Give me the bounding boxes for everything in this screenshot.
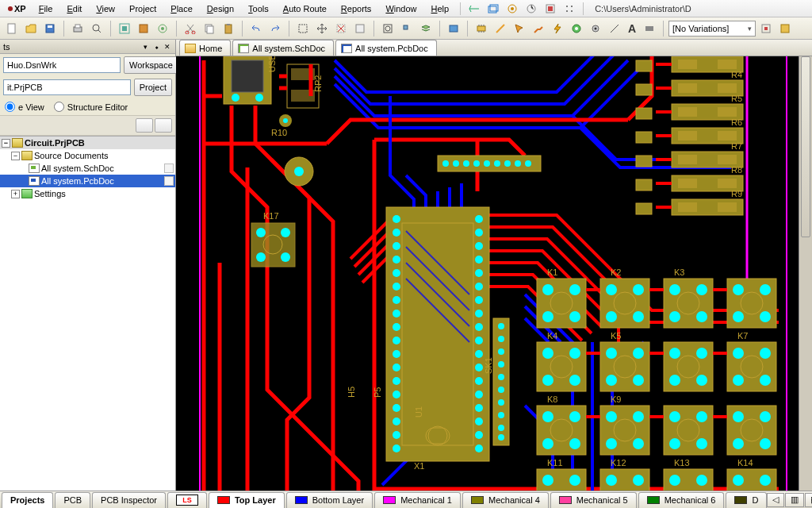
menu-window[interactable]: Window [379,2,423,16]
project-button[interactable]: Project [134,79,172,96]
svg-point-108 [393,404,400,412]
tree-pcbdoc[interactable]: All system.PcbDoc [0,175,175,187]
tb-end2[interactable] [776,20,794,37]
tool-icon-2[interactable] [486,2,500,16]
panel-pin-icon[interactable]: ⬥ [151,42,161,52]
tb-arrow[interactable] [511,20,528,37]
preview-button[interactable] [88,20,105,37]
status-nav-ls[interactable]: ▥ [785,493,804,507]
tb-btn-2[interactable] [135,20,152,37]
tb-rect[interactable] [641,20,658,37]
project-input[interactable] [3,79,131,95]
svg-point-223 [696,348,707,359]
bottom-tab-inspector[interactable]: PCB Inspector [92,492,166,508]
undo-button[interactable] [247,20,265,37]
svg-rect-11 [8,24,15,33]
tool-icon-5[interactable] [543,2,557,16]
tb-sel-rect[interactable] [294,20,312,37]
tab-pcbdoc[interactable]: All system.PcbDoc [335,40,437,56]
file-view-radio[interactable]: e View [5,102,44,112]
tb-btn-1[interactable] [116,20,133,37]
menu-tools[interactable]: Tools [242,2,275,16]
tree-project-root[interactable]: − Circuit.PrjPCB [0,137,175,149]
menu-project[interactable]: Project [123,2,163,16]
vertical-scrollbar[interactable] [799,56,812,491]
svg-point-250 [696,411,707,422]
layer-m4[interactable]: Mechanical 4 [462,492,549,508]
status-nav-grid[interactable]: ▦ [805,493,812,507]
menu-view[interactable]: View [90,2,121,16]
tool-icon-1[interactable] [467,2,481,16]
panel-opt-button-2[interactable] [155,118,172,133]
tb-via[interactable] [587,20,604,37]
tb-btn-3[interactable] [154,20,171,37]
copy-button[interactable] [201,20,218,37]
svg-text:K9: K9 [611,394,621,404]
bottom-tab-projects[interactable]: Projects [2,492,53,508]
menu-design[interactable]: Design [201,2,240,16]
tb-layers[interactable] [417,20,435,37]
redo-button[interactable] [266,20,284,37]
tb-zoom-fit[interactable] [379,20,396,37]
layer-m5[interactable]: Mechanical 5 [550,492,637,508]
svg-point-90 [393,283,400,291]
menu-reports[interactable]: Reports [335,2,378,16]
tree-source-docs[interactable]: − Source Documents [0,149,175,162]
menu-place[interactable]: Place [164,2,199,16]
panel-title-bar: ts ▾ ⬥ ✕ [0,40,175,54]
menu-help[interactable]: Help [425,2,456,16]
open-button[interactable] [22,20,40,37]
pcb-board-view[interactable]: USB1 RP2 [176,56,799,491]
menu-autoroute[interactable]: Auto Route [277,2,333,16]
app-logo[interactable]: XP [3,4,31,13]
new-button[interactable] [3,20,21,37]
tool-icon-6[interactable] [562,2,576,16]
tb-flash[interactable] [549,20,566,37]
tb-track[interactable] [530,20,547,37]
tb-pad[interactable] [568,20,585,37]
tb-deselect[interactable] [332,20,350,37]
variation-select[interactable]: [No Variations] [668,21,756,37]
layer-m6[interactable]: Mechanical 6 [638,492,725,508]
pcb-canvas[interactable]: USB1 RP2 [176,56,799,491]
tb-browse[interactable] [445,20,462,37]
tb-comp[interactable] [473,20,490,37]
tool-icon-4[interactable] [524,2,538,16]
tb-line2[interactable] [606,20,623,37]
panel-opt-button-1[interactable] [136,118,153,133]
layer-top[interactable]: Top Layer [209,492,285,508]
status-nav-left[interactable]: ◁ [767,493,784,507]
svg-text:K5: K5 [611,331,621,341]
project-tree[interactable]: − Circuit.PrjPCB − Source Documents All … [0,136,175,491]
menu-edit[interactable]: Edit [60,2,88,16]
tool-icon-3[interactable] [505,2,519,16]
panel-dropdown-icon[interactable]: ▾ [140,42,150,52]
layer-d[interactable]: D [726,492,767,508]
workspace-button[interactable]: Workspace [124,56,178,74]
bottom-tab-pcb[interactable]: PCB [55,492,90,508]
structure-editor-radio[interactable]: Structure Editor [54,102,128,112]
tb-net[interactable] [492,20,509,37]
layer-ls[interactable]: LS [167,492,207,508]
tb-end1[interactable] [757,20,775,37]
print-button[interactable] [69,20,86,37]
tab-home[interactable]: Home [179,40,231,56]
cut-button[interactable] [182,20,199,37]
save-button[interactable] [41,20,59,37]
workspace-input[interactable] [3,57,121,73]
layer-bottom[interactable]: Bottom Layer [286,492,373,508]
tree-schdoc[interactable]: All system.SchDoc [0,162,175,175]
panel-close-icon[interactable]: ✕ [163,42,172,52]
svg-point-196 [696,284,707,295]
tb-zoom-sel[interactable] [398,20,416,37]
tb-text[interactable]: A [625,22,639,35]
svg-rect-163 [678,202,697,212]
tb-clear[interactable] [351,20,369,37]
tab-schdoc[interactable]: All system.SchDoc [232,40,334,56]
menu-file[interactable]: File [33,2,59,16]
tb-move[interactable] [313,20,331,37]
paste-button[interactable] [220,20,237,37]
tree-settings[interactable]: + Settings [0,187,175,200]
svg-point-275 [760,475,771,486]
layer-m1[interactable]: Mechanical 1 [374,492,461,508]
